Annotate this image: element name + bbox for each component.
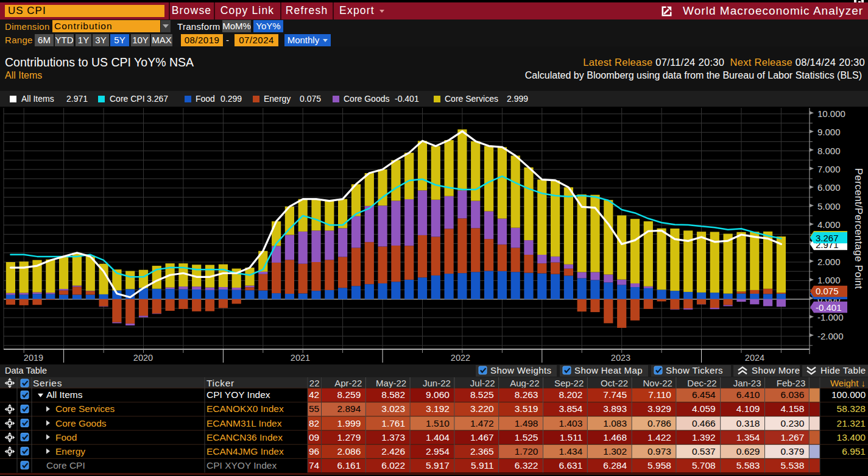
svg-text:2.086: 2.086 xyxy=(337,446,361,456)
svg-text:2.954: 2.954 xyxy=(426,446,450,456)
svg-text:0.075: 0.075 xyxy=(816,286,839,296)
svg-text:100.000: 100.000 xyxy=(831,389,866,400)
svg-text:8.582: 8.582 xyxy=(381,389,405,400)
svg-text:Feb-23: Feb-23 xyxy=(777,378,806,388)
svg-text:7.110: 7.110 xyxy=(648,389,671,400)
svg-text:1.404: 1.404 xyxy=(426,432,450,442)
svg-text:Hide Table: Hide Table xyxy=(820,365,866,375)
svg-text:3.519: 3.519 xyxy=(515,403,538,414)
svg-text:8.263: 8.263 xyxy=(515,389,538,400)
svg-text:Jun-22: Jun-22 xyxy=(423,378,451,388)
svg-text:6.322: 6.322 xyxy=(515,460,538,471)
svg-text:3.854: 3.854 xyxy=(559,403,583,414)
svg-text:Apr-22: Apr-22 xyxy=(334,378,362,388)
svg-text:1.999: 1.999 xyxy=(337,418,361,428)
svg-text:Core CPI: Core CPI xyxy=(46,460,85,471)
svg-text:82: 82 xyxy=(309,418,319,428)
svg-text:10.000: 10.000 xyxy=(817,108,845,119)
svg-text:Series: Series xyxy=(33,378,62,388)
svg-text:7.745: 7.745 xyxy=(603,389,627,400)
svg-text:0.318: 0.318 xyxy=(736,418,760,428)
svg-text:42: 42 xyxy=(309,389,319,400)
svg-text:5.538: 5.538 xyxy=(781,460,805,471)
svg-text:21.321: 21.321 xyxy=(837,418,866,428)
svg-text:1.083: 1.083 xyxy=(603,418,627,428)
svg-text:1.302: 1.302 xyxy=(603,446,627,456)
svg-text:3.220: 3.220 xyxy=(470,403,494,414)
svg-text:Aug-22: Aug-22 xyxy=(510,378,539,388)
svg-text:5.000: 5.000 xyxy=(817,201,841,211)
svg-text:ECANM31L Index: ECANM31L Index xyxy=(206,418,282,428)
svg-text:-0.401: -0.401 xyxy=(816,302,842,313)
svg-text:2.365: 2.365 xyxy=(470,446,494,456)
svg-text:Core Services: Core Services xyxy=(55,403,115,414)
svg-text:0.379: 0.379 xyxy=(781,446,805,456)
svg-text:8.259: 8.259 xyxy=(337,389,361,400)
svg-text:ECANOKX0 Index: ECANOKX0 Index xyxy=(206,403,284,414)
svg-text:3.893: 3.893 xyxy=(603,403,627,414)
svg-text:5.958: 5.958 xyxy=(647,460,671,471)
svg-text:58.328: 58.328 xyxy=(837,403,866,414)
svg-text:1.510: 1.510 xyxy=(426,418,450,428)
svg-text:All Items: All Items xyxy=(46,389,83,400)
svg-text:-2.000: -2.000 xyxy=(817,331,844,341)
svg-text:5.917: 5.917 xyxy=(426,460,450,471)
svg-text:9.000: 9.000 xyxy=(817,127,841,137)
svg-text:Nov-22: Nov-22 xyxy=(643,378,672,388)
svg-text:2023: 2023 xyxy=(611,353,630,363)
svg-text:Show Tickers: Show Tickers xyxy=(666,365,723,375)
svg-text:13.400: 13.400 xyxy=(837,432,866,442)
svg-text:6.036: 6.036 xyxy=(781,389,805,400)
svg-text:1.279: 1.279 xyxy=(337,432,361,442)
svg-text:3.023: 3.023 xyxy=(381,403,405,414)
svg-text:6.631: 6.631 xyxy=(559,460,583,471)
svg-text:Jan-23: Jan-23 xyxy=(733,378,761,388)
svg-text:-1.000: -1.000 xyxy=(817,312,844,322)
svg-text:1.467: 1.467 xyxy=(470,432,494,442)
svg-text:0.973: 0.973 xyxy=(647,446,671,456)
svg-text:0.466: 0.466 xyxy=(692,418,716,428)
svg-text:2.000: 2.000 xyxy=(817,257,841,267)
svg-text:May-22: May-22 xyxy=(376,378,406,388)
svg-text:0.629: 0.629 xyxy=(736,446,760,456)
svg-text:3.929: 3.929 xyxy=(647,403,671,414)
svg-text:1.511: 1.511 xyxy=(560,432,583,442)
svg-text:Show Heat Map: Show Heat Map xyxy=(574,365,643,375)
svg-text:Oct-22: Oct-22 xyxy=(601,378,628,388)
svg-text:1.498: 1.498 xyxy=(515,418,538,428)
svg-text:2020: 2020 xyxy=(133,353,153,363)
svg-text:Sep-22: Sep-22 xyxy=(554,378,584,388)
svg-text:ECAN4JMG Index: ECAN4JMG Index xyxy=(206,446,284,456)
svg-text:6.951: 6.951 xyxy=(842,446,866,456)
svg-text:Jul-22: Jul-22 xyxy=(470,378,495,388)
svg-text:5.583: 5.583 xyxy=(736,460,760,471)
svg-text:4.158: 4.158 xyxy=(781,403,805,414)
svg-text:4.109: 4.109 xyxy=(736,403,760,414)
svg-text:0.786: 0.786 xyxy=(647,418,671,428)
svg-text:Percent/Percentage Point: Percent/Percentage Point xyxy=(853,168,864,290)
svg-text:2021: 2021 xyxy=(291,353,310,363)
svg-text:1.403: 1.403 xyxy=(559,418,583,428)
svg-text:9.060: 9.060 xyxy=(426,389,450,400)
svg-text:Dec-22: Dec-22 xyxy=(687,378,716,388)
svg-text:Show Weights: Show Weights xyxy=(490,365,551,375)
svg-text:CPI XYOY Index: CPI XYOY Index xyxy=(206,460,277,471)
svg-text:Food: Food xyxy=(55,432,77,442)
svg-text:2022: 2022 xyxy=(451,353,470,363)
svg-text:1.422: 1.422 xyxy=(647,432,671,442)
svg-text:8.525: 8.525 xyxy=(470,389,494,400)
svg-text:0.230: 0.230 xyxy=(781,418,805,428)
svg-text:1.373: 1.373 xyxy=(381,432,405,442)
svg-text:8.202: 8.202 xyxy=(559,389,583,400)
svg-text:Show More: Show More xyxy=(752,365,800,375)
svg-text:Data Table: Data Table xyxy=(5,366,47,375)
svg-text:6.161: 6.161 xyxy=(337,460,361,471)
svg-text:1.000: 1.000 xyxy=(817,275,841,285)
svg-text:74: 74 xyxy=(309,460,320,471)
svg-text:1.761: 1.761 xyxy=(381,418,405,428)
svg-text:1.525: 1.525 xyxy=(515,432,538,442)
svg-text:4.059: 4.059 xyxy=(692,403,716,414)
svg-text:6.410: 6.410 xyxy=(736,389,760,400)
svg-text:96: 96 xyxy=(309,446,319,456)
svg-text:1.434: 1.434 xyxy=(559,446,583,456)
